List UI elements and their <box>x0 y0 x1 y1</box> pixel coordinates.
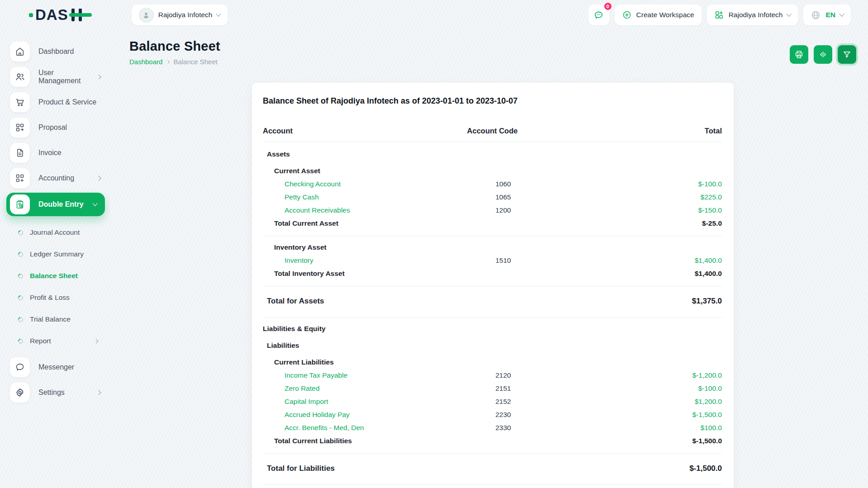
account-label: Liabilities & Equity <box>263 322 416 335</box>
create-workspace-label: Create Workspace <box>636 11 694 19</box>
account-link[interactable]: Petty Cash <box>263 190 430 204</box>
sidebar-item-label: Messenger <box>38 363 74 371</box>
bullet-icon <box>17 337 24 345</box>
sidebar-nav: DashboardUser ManagementProduct & Servic… <box>10 41 110 403</box>
bullet-icon <box>17 316 24 323</box>
account-label: Total Current Liabilities <box>263 434 423 447</box>
table-row: Total Inventory Asset$1,400.0 <box>263 267 722 280</box>
table-row: Accrued Holiday Pay2230$-1,500.0 <box>263 408 722 421</box>
sidebar-subitem-journal-account[interactable]: Journal Account <box>10 223 110 242</box>
bullet-icon <box>17 251 24 258</box>
app-root: DAS Rajodiya Infotech 0 Create Workspace… <box>0 0 868 488</box>
compare-button[interactable] <box>814 45 832 64</box>
sidebar-subitem-balance-sheet[interactable]: Balance Sheet <box>10 266 110 286</box>
sidebar-item-label: Product & Service <box>38 98 96 106</box>
sidebar-subitem-label: Journal Account <box>30 228 80 237</box>
page-actions <box>790 39 856 64</box>
chevron-right-icon <box>96 75 101 80</box>
messages-button[interactable]: 0 <box>588 5 609 25</box>
account-code: 1200 <box>430 204 576 217</box>
sidebar-item-label: Invoice <box>38 149 62 157</box>
sidebar-subitem-profit-loss[interactable]: Profit & Loss <box>10 288 110 308</box>
account-code: 2120 <box>430 369 576 382</box>
account-label: Inventory Asset <box>263 241 423 254</box>
table-row: Capital Import2152$1,200.0 <box>263 395 722 408</box>
account-link[interactable]: Inventory <box>263 254 430 267</box>
sidebar-item-dashboard[interactable]: Dashboard <box>10 41 110 62</box>
bullet-icon <box>17 294 24 301</box>
sidebar-item-accounting[interactable]: Accounting <box>10 167 110 189</box>
table-row: Account Receivables1200$-150.0 <box>263 204 722 217</box>
sidebar-subitem-ledger-summary[interactable]: Ledger Summary <box>10 244 110 264</box>
sidebar-subitem-label: Balance Sheet <box>30 272 78 280</box>
account-label: Total for Assets <box>263 294 418 308</box>
topbar-right: 0 Create Workspace Rajodiya Infotech EN <box>588 5 851 25</box>
brand-logo[interactable]: DAS <box>29 6 86 24</box>
account-link[interactable]: Accr. Benefits - Med, Den <box>263 421 430 434</box>
language-switcher[interactable]: EN <box>803 5 851 25</box>
account-total: $1,200.0 <box>576 395 722 408</box>
sidebar-item-double-entry[interactable]: Double Entry <box>6 193 105 216</box>
messenger-icon <box>10 357 30 377</box>
double-entry-submenu: Journal AccountLedger SummaryBalance She… <box>10 220 110 355</box>
account-link[interactable]: Checking Account <box>263 177 430 190</box>
globe-icon <box>811 10 821 20</box>
table-row: Liabilities <box>263 339 722 352</box>
header-total: Total <box>569 127 722 135</box>
sidebar-item-settings[interactable]: Settings <box>10 382 110 403</box>
sidebar-item-invoice[interactable]: Invoice <box>10 142 110 164</box>
table-row: Total for Assets$1,375.0 <box>263 291 722 311</box>
sidebar-subitem-label: Report <box>30 337 51 345</box>
company-switcher[interactable]: Rajodiya Infotech <box>707 5 798 25</box>
chevron-down-icon <box>839 11 844 16</box>
account-code: 2230 <box>430 408 576 421</box>
sidebar-item-label: Proposal <box>38 123 67 132</box>
table-row: Petty Cash1065$225.0 <box>263 190 722 204</box>
cart-icon <box>10 92 30 112</box>
table-divider <box>263 317 722 317</box>
chevron-right-icon <box>166 60 170 63</box>
bullet-icon <box>17 229 24 236</box>
account-total: $-1,500.0 <box>576 408 722 421</box>
company-label: Rajodiya Infotech <box>729 11 783 19</box>
sidebar-subitem-trial-balance[interactable]: Trial Balance <box>10 309 110 329</box>
account-total: $1,400.0 <box>576 254 722 267</box>
account-link[interactable]: Capital Import <box>263 395 430 408</box>
accounting-icon <box>10 168 30 188</box>
logo-dot <box>29 13 33 17</box>
filter-button[interactable] <box>838 45 856 64</box>
filter-funnel-icon <box>842 50 852 59</box>
balance-sheet-table: Account Account Code Total AssetsCurrent… <box>263 124 722 488</box>
sidebar-item-product-service[interactable]: Product & Service <box>10 91 110 113</box>
account-link[interactable]: Income Tax Payable <box>263 369 430 382</box>
sidebar-subitem-label: Trial Balance <box>30 315 71 323</box>
create-workspace-button[interactable]: Create Workspace <box>615 5 702 25</box>
workspace-switcher[interactable]: Rajodiya Infotech <box>132 5 228 25</box>
sidebar-item-messenger[interactable]: Messenger <box>10 356 110 378</box>
account-total: $-1,200.0 <box>576 369 722 382</box>
topbar: DAS Rajodiya Infotech 0 Create Workspace… <box>0 0 868 30</box>
home-icon <box>10 42 30 62</box>
breadcrumb-dashboard-link[interactable]: Dashboard <box>129 58 162 66</box>
balance-sheet-card: Balance Sheet of Rajodiya Infotech as of… <box>252 83 734 488</box>
sidebar: DashboardUser ManagementProduct & Servic… <box>0 30 110 488</box>
table-row: Liabilities & Equity <box>263 322 722 335</box>
sidebar-item-label: User Management <box>38 69 89 85</box>
chevron-down-icon <box>216 11 221 16</box>
account-code: 1510 <box>430 254 576 267</box>
print-button[interactable] <box>790 45 808 64</box>
account-code: 2330 <box>430 421 576 434</box>
sidebar-item-proposal[interactable]: Proposal <box>10 117 110 138</box>
sidebar-subitem-label: Profit & Loss <box>30 294 70 302</box>
sidebar-subitem-report[interactable]: Report <box>10 331 110 351</box>
account-link[interactable]: Zero Rated <box>263 382 430 395</box>
table-row: Current Asset <box>263 164 722 177</box>
table-row: Total Current Asset$-25.0 <box>263 217 722 230</box>
sidebar-item-user-management[interactable]: User Management <box>10 66 110 88</box>
plus-circle-icon <box>622 10 632 20</box>
page-title: Balance Sheet <box>129 39 220 54</box>
account-link[interactable]: Accrued Holiday Pay <box>263 408 430 421</box>
logo-h-glyph <box>70 9 86 21</box>
account-label: Assets <box>263 147 418 161</box>
account-link[interactable]: Account Receivables <box>263 204 430 217</box>
